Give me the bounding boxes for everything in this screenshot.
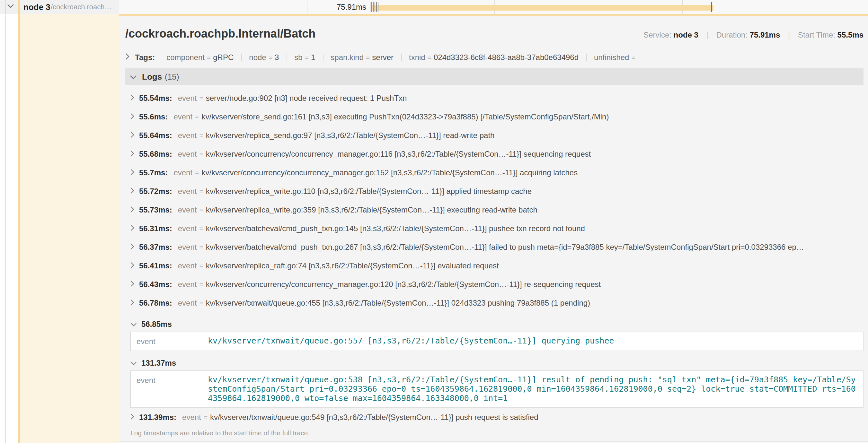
tag-value: 1 [311,53,315,62]
log-row[interactable]: 131.39ms: event = kv/kvserver/txnwait/qu… [125,408,864,427]
chevron-right-icon[interactable] [130,112,134,121]
log-message: kv/kvserver/replica_send.go:97 [n3,s3,r6… [206,131,864,140]
log-message: kv/kvserver/batcheval/cmd_push_txn.go:26… [206,243,864,252]
log-marker-tick [378,2,378,12]
span-detail-panel: /cockroach.roachpb.Internal/Batch Servic… [119,16,868,443]
log-field-key: event [174,112,192,121]
chevron-right-icon[interactable] [130,94,134,103]
tag-item: txnid=024d3323-6c8f-4863-aa8b-37ab0e6349… [401,53,586,62]
log-row[interactable]: 55.7ms: event = kv/kvserver/concurrency/… [125,163,864,182]
log-field-key: event [131,375,208,403]
chevron-right-icon[interactable] [130,413,134,422]
log-message: kv/kvserver/replica_raft.go:74 [n3,s3,r6… [206,261,864,270]
indent-guide-line [5,0,6,443]
log-equals: = [199,206,203,214]
tag-equals: = [366,54,370,61]
chevron-right-icon[interactable] [130,187,134,196]
log-field-key: event [182,413,201,422]
service-color-accent-bar [18,0,20,443]
logs-section-header[interactable]: Logs (15) [125,68,864,85]
log-timestamp: 55.64ms: [139,131,172,140]
span-service-name: node 3 [24,2,51,12]
log-message: kv/kvserver/concurrency/concurrency_mana… [206,149,864,159]
tag-key: sb [294,53,302,62]
header-divider [125,45,864,45]
chevron-right-icon[interactable] [130,168,134,177]
span-timeline-cell[interactable]: 75.91ms [119,0,868,14]
tag-equals: = [631,54,635,61]
log-timestamp: 56.43ms: [139,280,172,289]
log-row[interactable]: 55.72ms: event = kv/kvserver/replica_wri… [125,182,864,201]
chevron-right-icon[interactable] [130,131,134,140]
log-timestamp: 56.37ms: [139,243,172,252]
chevron-right-icon[interactable] [130,205,134,214]
log-row[interactable]: 55.73ms: event = kv/kvserver/replica_wri… [125,201,864,219]
log-row[interactable]: 56.37ms: event = kv/kvserver/batcheval/c… [125,238,864,257]
tags-row[interactable]: Tags: component=gRPC node=3 sb=1 span.ki… [125,51,864,64]
chevron-right-icon[interactable] [125,53,130,62]
log-row[interactable]: 56.31ms: event = kv/kvserver/batcheval/c… [125,219,864,238]
log-row[interactable]: 55.54ms: event = server/node.go:902 [n3]… [125,89,864,107]
chevron-down-icon[interactable] [130,359,137,368]
timeline-gridline [307,0,307,14]
detail-panel-top-border [119,14,868,16]
log-timestamp: 55.72ms: [139,187,172,196]
log-row-expanded-header[interactable]: 56.85ms [125,317,864,332]
log-row[interactable]: 56.78ms: event = kv/kvserver/txnwait/que… [125,294,864,312]
tag-value: gRPC [213,53,234,62]
service-label: Service: [644,31,672,39]
log-field-key: event [174,168,192,177]
collapse-span-chevron[interactable] [7,4,14,10]
log-timestamp: 56.31ms: [139,224,172,233]
tag-key: span.kind [331,53,364,62]
log-row[interactable]: 55.6ms: event = kv/kvserver/store_send.g… [125,107,864,126]
chevron-down-icon[interactable] [130,320,137,329]
log-timestamp: 56.41ms: [139,261,172,270]
log-row[interactable]: 55.64ms: event = kv/kvserver/replica_sen… [125,126,864,145]
log-row[interactable]: 56.43ms: event = kv/kvserver/concurrency… [125,275,864,294]
log-equals: = [199,243,203,251]
span-duration-label: 75.91ms [337,3,366,11]
tags-label: Tags: [135,53,155,62]
duration-label: Duration: [716,31,747,39]
log-row-expanded-header[interactable]: 131.37ms [125,356,864,370]
log-timestamp: 131.39ms: [139,413,176,422]
chevron-right-icon[interactable] [130,243,134,252]
chevron-right-icon[interactable] [130,149,134,159]
log-field-value[interactable]: kv/kvserver/txnwait/queue.go:538 [n3,s3,… [208,375,857,403]
logs-footer-note: Log timestamps are relative to the start… [125,429,864,437]
meta-separator: | [706,31,708,39]
tag-value: server [372,53,394,62]
log-equals: = [204,413,208,421]
log-timestamp: 55.73ms: [139,205,172,214]
log-timestamp: 55.54ms: [139,94,172,103]
log-message: server/node.go:902 [n3] node received re… [206,94,864,103]
chevron-right-icon[interactable] [130,280,134,289]
span-duration-bar[interactable] [371,5,713,10]
chevron-right-icon[interactable] [130,261,134,270]
start-time-value: 55.5ms [837,31,864,39]
log-row[interactable]: 56.41ms: event = kv/kvserver/replica_raf… [125,257,864,275]
log-equals: = [199,150,203,158]
log-equals: = [199,188,203,195]
tag-item: unfinished= [586,53,645,62]
log-timestamp: 56.78ms: [139,299,172,308]
log-row[interactable]: 55.68ms: event = kv/kvserver/concurrency… [125,145,864,163]
span-detail-indent-fill [20,14,119,443]
span-meta: Service: node 3 | Duration: 75.91ms | St… [644,31,864,39]
log-field-value[interactable]: kv/kvserver/txnwait/queue.go:557 [n3,s3,… [208,336,857,346]
log-field-key: event [178,131,197,140]
span-operation-name: /cockroach.roach… [51,3,112,11]
service-value: node 3 [674,31,699,39]
tag-value: 024d3323-6c8f-4863-aa8b-37ab0e63496d [434,53,579,62]
log-entry-expanded: 56.85ms event kv/kvserver/txnwait/queue.… [125,317,864,351]
log-message: kv/kvserver/store_send.go:161 [n3,s3] ex… [202,112,864,121]
log-message: kv/kvserver/concurrency/concurrency_mana… [202,168,864,177]
log-field-key: event [178,94,197,103]
chevron-right-icon[interactable] [130,224,134,233]
span-timeline-row[interactable]: node 3 /cockroach.roach… 75.91ms [0,0,868,14]
log-field-key: event [178,261,197,270]
log-rows: 55.54ms: event = server/node.go:902 [n3]… [125,89,864,427]
chevron-down-icon[interactable] [130,72,137,82]
chevron-right-icon[interactable] [130,299,134,308]
